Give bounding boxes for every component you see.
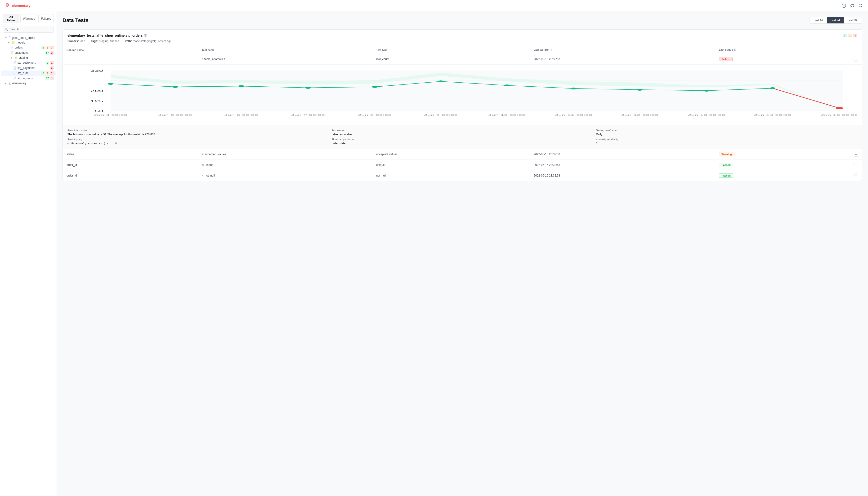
tree-container: ▼ 🗄 jaffle_shop_online ▼ 📁 models 📄 orde… <box>0 35 57 86</box>
badge-summary-red: 1 <box>853 34 857 37</box>
sensitivity-value: 3 <box>596 142 857 145</box>
svg-text:Jun 13 00:00: Jun 13 00:00 <box>688 114 725 116</box>
cell-column-name <box>63 54 198 65</box>
time-btn-1d[interactable]: Last 1d <box>810 17 826 24</box>
chart-row: 339 200 125 50 <box>63 65 862 149</box>
col-last-status[interactable]: Last Status⇅ <box>715 46 850 54</box>
tree-label: customers <box>15 51 45 55</box>
app-name: elementary <box>12 3 31 7</box>
tab-all-tables[interactable]: All Tables <box>3 14 19 23</box>
tree-item-models[interactable]: ▼ 📁 models <box>1 40 56 45</box>
table-row[interactable]: order_id ✕ unique unique 2022-06-16 23:3… <box>63 160 862 170</box>
main-layout: All Tables Warnings Failures 🔍 ▼ 🗄 jaffl… <box>0 11 868 496</box>
col-actions <box>850 46 862 54</box>
collapse-button[interactable]: − <box>854 57 858 62</box>
chevron-right-icon: ▶ <box>5 82 7 85</box>
slack-icon[interactable] <box>858 3 863 8</box>
badge-red: 3 <box>50 46 54 49</box>
help-icon[interactable]: ? <box>841 3 846 8</box>
time-btn-30d[interactable]: Last 30d <box>843 17 862 24</box>
search-input[interactable] <box>3 26 54 33</box>
owner-label: Owners: ldan <box>67 40 85 43</box>
card-title-row: elementary_tests.jaffle_shop_online.stg_… <box>67 33 857 37</box>
cell-test-type: accepted_values <box>372 149 530 160</box>
col-last-test-run[interactable]: Last test run⇅ <box>530 46 715 54</box>
info-icon[interactable]: ⓘ <box>144 33 147 37</box>
anomaly-chart: 339 200 125 50 <box>67 68 857 121</box>
tree-item-stg-payments[interactable]: 📄 stg_payments 3 <box>1 65 56 71</box>
logo: elementary <box>5 2 31 9</box>
badge-green: 9 <box>42 46 45 49</box>
cell-column-name: order_id <box>63 170 198 181</box>
tree-item-customers[interactable]: 📄 customers 57 2 <box>1 50 56 56</box>
cell-test-name: ✕ not_null <box>198 170 372 181</box>
table-body: ≡ table_anomalies row_count 2022-06-16 2… <box>63 54 862 181</box>
tree-item-elementary[interactable]: ▶ 🗄 elementary <box>1 81 56 86</box>
table-row[interactable]: ≡ table_anomalies row_count 2022-06-16 2… <box>63 54 862 65</box>
file-icon: 📄 <box>11 51 14 55</box>
tab-warnings[interactable]: Warnings <box>20 14 37 23</box>
cell-expand: + <box>850 170 862 181</box>
config-section: Testing timeframe: Daily Anomaly sensiti… <box>596 129 857 145</box>
table-row[interactable]: order_id ✕ not_null not_null 2022-06-16 … <box>63 170 862 181</box>
svg-point-28 <box>836 107 843 109</box>
chart-container: 339 200 125 50 <box>63 65 862 125</box>
svg-point-17 <box>108 83 113 85</box>
description-label: Result description: <box>67 129 329 132</box>
badge-summary-green: 2 <box>843 34 847 37</box>
description-row: Result description: The last row_count v… <box>67 129 329 136</box>
tree-item-stg-custome[interactable]: 📄 stg_custome... 2 1 <box>1 60 56 65</box>
table-head: Column name Test name Test type Last tes… <box>63 46 862 54</box>
tags-label: Tags: staging, finance <box>91 40 119 43</box>
cell-test-type: row_count <box>372 54 530 65</box>
sensitivity-row: Anomaly sensitivity: 3 <box>596 138 857 145</box>
file-icon: 📄 <box>13 66 17 69</box>
cell-expand: + <box>850 160 862 170</box>
test-name-row: Test name: table_anomalies <box>332 129 593 136</box>
table-row[interactable]: status ✕ accepted_values accepted_values… <box>63 149 862 160</box>
tree-item-orders[interactable]: 📄 orders 9 1 3 <box>1 45 56 50</box>
tree-item-jaffle-shop-online[interactable]: ▼ 🗄 jaffle_shop_online <box>1 35 56 40</box>
page-title: Data Tests <box>62 17 89 24</box>
cell-column-name: order_id <box>63 160 198 170</box>
sidebar-tabs: All Tables Warnings Failures <box>0 14 57 26</box>
copy-icon[interactable]: ⧉ <box>115 142 117 145</box>
cell-status: Warning <box>715 149 850 160</box>
owner-value: ldan <box>80 40 85 43</box>
cell-status: Passed <box>715 160 850 170</box>
svg-text:Jun 14 00:00: Jun 14 00:00 <box>754 114 791 116</box>
tree-item-staging[interactable]: ▼ 📁 staging <box>1 56 56 60</box>
test-meta-section: Test name: table_anomalies Timestamp col… <box>332 129 593 145</box>
cell-test-name: ✕ accepted_values <box>198 149 372 160</box>
svg-text:Jun 10 00:00: Jun 10 00:00 <box>488 114 526 116</box>
data-table: Column name Test name Test type Last tes… <box>63 46 862 181</box>
cell-last-run: 2022-06-16 23:32:53 <box>530 170 715 181</box>
col-column-name: Column name <box>63 46 198 54</box>
expand-button[interactable]: + <box>854 173 858 178</box>
badge-summary-orange: 1 <box>848 34 852 37</box>
svg-rect-3 <box>862 4 862 5</box>
folder-icon: 📁 <box>14 56 18 59</box>
time-btn-7d[interactable]: Last 7d <box>827 17 843 24</box>
svg-text:Jun 16 00:00: Jun 16 00:00 <box>821 114 857 116</box>
badges: 9 1 3 <box>42 46 54 49</box>
database-icon: 🗄 <box>9 36 11 40</box>
svg-text:Jun 5 00:00: Jun 5 00:00 <box>158 114 192 116</box>
tree-item-stg-signups[interactable]: 📄 stg_signups 37 1 <box>1 76 56 81</box>
expand-button[interactable]: + <box>854 152 858 157</box>
tab-failures[interactable]: Failures <box>39 14 54 23</box>
svg-text:50: 50 <box>95 110 104 112</box>
svg-text:Jun 11 00:00: Jun 11 00:00 <box>555 114 592 116</box>
expand-button[interactable]: + <box>854 162 858 167</box>
app-container: elementary ? All Tables <box>0 0 868 496</box>
github-icon[interactable] <box>850 3 855 8</box>
cell-test-type: unique <box>372 160 530 170</box>
cell-last-run: 2022-06-16 23:32:53 <box>530 149 715 160</box>
tree-item-stg-orde[interactable]: 📄 stg_orde... 2 1 1 <box>1 71 56 76</box>
card-header: elementary_tests.jaffle_shop_online.stg_… <box>63 30 862 46</box>
timeframe-label: Testing timeframe: <box>596 129 857 132</box>
svg-point-27 <box>770 87 775 89</box>
top-icons: ? <box>841 3 863 8</box>
page-header: Data Tests Last 1d Last 7d Last 30d <box>62 17 862 24</box>
tags-value: staging, finance <box>99 40 119 43</box>
